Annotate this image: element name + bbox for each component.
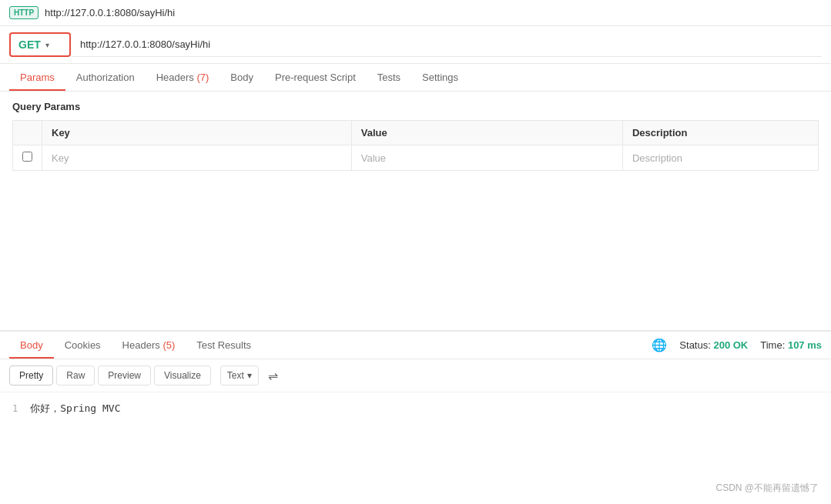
response-status-info: 🌐 Status: 200 OK Time: 107 ms: [652, 338, 822, 352]
response-body-toolbar: Pretty Raw Preview Visualize Text ▾ ⇌: [0, 359, 831, 392]
method-label: GET: [18, 38, 41, 51]
type-selector[interactable]: Text ▾: [220, 365, 259, 386]
status-value: 200 OK: [713, 339, 748, 351]
row-checkbox-cell: [13, 145, 42, 171]
response-body-content: 1 你好，Spring MVC: [0, 392, 831, 425]
request-bar: GET ▾: [0, 26, 831, 64]
description-column-header: Description: [622, 121, 818, 145]
response-text-1: 你好，Spring MVC: [30, 402, 120, 416]
method-selector[interactable]: GET ▾: [9, 32, 71, 57]
key-column-header: Key: [42, 121, 352, 145]
url-input[interactable]: [71, 32, 822, 57]
params-section: Query Params Key Value Description: [0, 92, 831, 180]
wrap-icon[interactable]: ⇌: [268, 369, 278, 383]
http-badge: HTTP: [9, 6, 39, 19]
tab-headers[interactable]: Headers (7): [146, 64, 220, 91]
response-area: Body Cookies Headers (5) Test Results 🌐 …: [0, 330, 831, 425]
response-tab-cookies[interactable]: Cookies: [54, 332, 112, 359]
format-preview-button[interactable]: Preview: [98, 365, 151, 386]
time-value: 107 ms: [788, 339, 822, 351]
globe-icon: 🌐: [652, 338, 667, 352]
format-pretty-button[interactable]: Pretty: [9, 365, 53, 386]
checkbox-header-cell: [13, 121, 42, 145]
query-params-title: Query Params: [12, 101, 819, 112]
chevron-down-icon: ▾: [45, 41, 49, 49]
watermark: CSDN @不能再留遗憾了: [715, 482, 819, 495]
type-label: Text: [227, 370, 244, 381]
format-visualize-button[interactable]: Visualize: [154, 365, 211, 386]
time-label: Time: 107 ms: [760, 339, 822, 351]
response-tabs-bar: Body Cookies Headers (5) Test Results 🌐 …: [0, 332, 831, 359]
format-raw-button[interactable]: Raw: [56, 365, 95, 386]
tab-authorization[interactable]: Authorization: [65, 64, 146, 91]
tab-settings[interactable]: Settings: [411, 64, 469, 91]
params-table: Key Value Description Key Value: [12, 120, 819, 171]
status-label: Status: 200 OK: [679, 339, 748, 351]
line-number-1: 1: [12, 403, 18, 414]
response-line-1: 1 你好，Spring MVC: [12, 402, 819, 416]
value-column-header: Value: [351, 121, 622, 145]
tab-body[interactable]: Body: [219, 64, 264, 91]
headers-badge: (7): [196, 72, 209, 83]
row-checkbox[interactable]: [22, 152, 32, 162]
response-tab-headers[interactable]: Headers (5): [112, 332, 186, 359]
request-empty-area: [0, 180, 831, 330]
response-tab-body[interactable]: Body: [9, 332, 54, 359]
type-chevron-icon: ▾: [247, 370, 252, 381]
address-bar: HTTP http://127.0.0.1:8080/sayHi/hi: [0, 0, 831, 26]
response-tab-test-results[interactable]: Test Results: [186, 332, 262, 359]
tab-params[interactable]: Params: [9, 64, 65, 91]
tab-tests[interactable]: Tests: [367, 64, 411, 91]
response-headers-badge: (5): [163, 339, 175, 351]
value-cell[interactable]: Value: [351, 145, 622, 171]
tab-pre-request-script[interactable]: Pre-request Script: [264, 64, 367, 91]
table-row: Key Value Description: [13, 145, 819, 171]
key-cell[interactable]: Key: [42, 145, 352, 171]
address-bar-url: http://127.0.0.1:8080/sayHi/hi: [45, 7, 175, 18]
description-cell[interactable]: Description: [622, 145, 818, 171]
request-tabs-bar: Params Authorization Headers (7) Body Pr…: [0, 64, 831, 92]
